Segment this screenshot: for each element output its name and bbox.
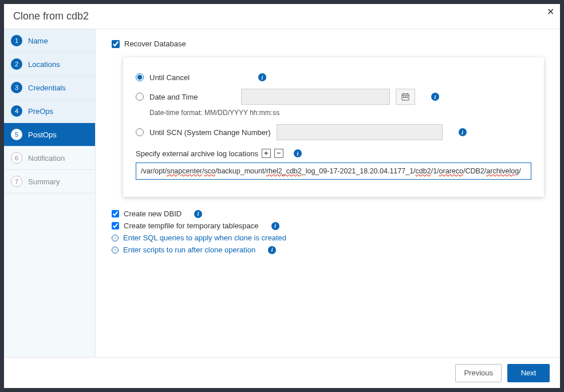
info-icon[interactable] [294,149,302,157]
remove-location-button[interactable]: − [274,149,283,158]
step-label: Locations [28,60,60,69]
info-icon[interactable] [268,246,276,254]
until-cancel-label: Until Cancel [149,73,235,82]
date-time-label: Date and Time [149,93,235,101]
step-label: PreOps [28,107,53,116]
step-number: 2 [11,58,22,70]
step-locations[interactable]: 2 Locations [4,53,95,76]
until-scn-label: Until SCN (System Change Number) [149,128,271,137]
step-number: 7 [11,176,22,187]
until-cancel-radio[interactable] [136,73,144,81]
date-time-hint: Date-time format: MM/DD/YYYY hh:mm:ss [149,109,531,117]
step-label: PostOps [28,130,57,139]
recover-database-checkbox[interactable] [112,40,120,48]
date-time-row: Date and Time [136,87,531,106]
scn-input[interactable] [277,124,443,140]
date-time-radio[interactable] [136,93,144,101]
clone-dialog: Clone from cdb2 ✕ 1 Name 2 Locations 3 C… [3,3,561,389]
chevron-right-icon [112,235,119,241]
step-label: Name [28,37,48,45]
recover-database-label: Recover Database [124,39,186,48]
step-postops[interactable]: 5 PostOps [4,123,95,146]
sql-queries-label: Enter SQL queries to apply when clone is… [123,233,286,242]
dialog-footer: Previous Next [4,357,560,388]
sql-queries-expand[interactable]: Enter SQL queries to apply when clone is… [112,233,544,242]
chevron-right-icon [112,247,119,254]
step-label: Summary [28,177,60,186]
calendar-icon[interactable] [396,89,415,105]
step-label: Notification [28,154,65,163]
info-icon[interactable] [194,210,202,218]
dialog-title: Clone from cdb2 [13,10,89,22]
previous-button[interactable]: Previous [455,364,502,382]
step-preops[interactable]: 4 PreOps [4,100,95,123]
step-name[interactable]: 1 Name [4,29,95,53]
info-icon[interactable] [459,128,467,136]
svg-rect-6 [407,97,408,98]
archive-locations-label: Specify external archive log locations [136,149,258,158]
step-number: 4 [11,105,22,117]
step-notification: 6 Notification [4,146,95,170]
info-icon[interactable] [258,73,266,81]
titlebar: Clone from cdb2 ✕ [4,4,560,29]
wizard-sidebar: 1 Name 2 Locations 3 Credentials 4 PreOp… [4,29,96,357]
recover-database-row: Recover Database [112,39,544,48]
add-location-button[interactable]: + [262,149,271,158]
svg-rect-4 [403,97,404,98]
archive-locations-row: Specify external archive log locations +… [136,149,531,158]
step-number: 3 [11,82,22,93]
until-cancel-row: Until Cancel [136,68,531,87]
recover-options-card: Until Cancel Date and Time Date-time for… [123,57,544,197]
until-scn-radio[interactable] [136,128,144,136]
create-tempfile-checkbox[interactable] [112,222,119,229]
info-icon[interactable] [271,222,279,230]
close-icon[interactable]: ✕ [547,7,554,17]
step-number: 1 [11,35,22,46]
dialog-body: 1 Name 2 Locations 3 Credentials 4 PreOp… [4,29,560,357]
create-tempfile-label: Create tempfile for temporary tablespace [124,221,259,230]
step-number: 6 [11,152,22,164]
create-tempfile-row: Create tempfile for temporary tablespace [112,221,544,230]
create-new-dbid-checkbox[interactable] [112,210,119,217]
step-summary: 7 Summary [4,170,95,193]
scripts-expand[interactable]: Enter scripts to run after clone operati… [112,246,544,254]
date-time-input[interactable] [241,89,390,105]
additional-options: Create new DBID Create tempfile for temp… [112,209,544,258]
svg-rect-5 [405,97,406,98]
create-new-dbid-label: Create new DBID [124,209,182,218]
step-label: Credentials [28,84,66,92]
scripts-label: Enter scripts to run after clone operati… [123,246,255,254]
until-scn-row: Until SCN (System Change Number) [136,122,531,142]
step-credentials[interactable]: 3 Credentials [4,76,95,100]
archive-path-input[interactable]: /var/opt/snapcenter/sco/backup_mount/rhe… [136,163,531,180]
info-icon[interactable] [431,93,439,101]
create-new-dbid-row: Create new DBID [112,209,544,218]
next-button[interactable]: Next [507,364,550,382]
step-number: 5 [11,129,22,140]
main-panel: Recover Database Until Cancel Date and T… [96,29,560,357]
